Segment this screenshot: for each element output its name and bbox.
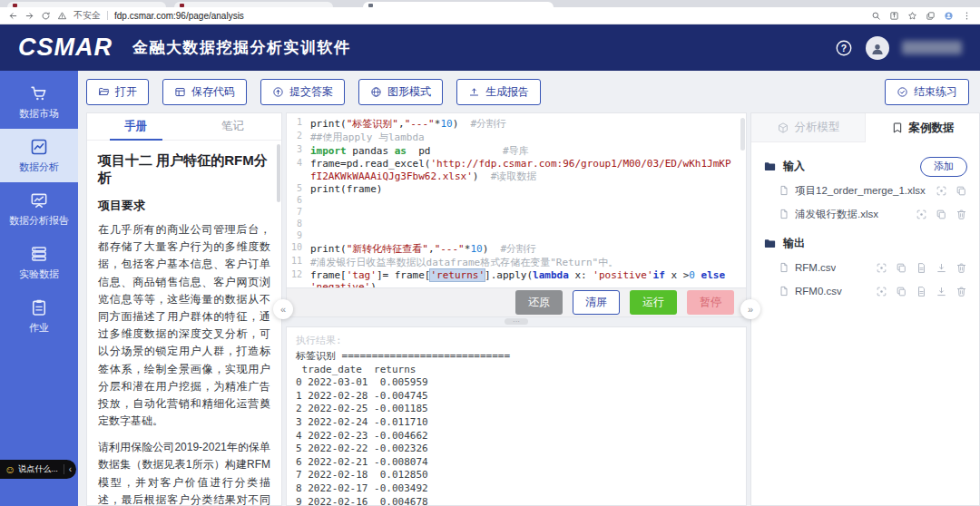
sidebar-item-4[interactable]: 作业 bbox=[0, 289, 78, 343]
code-editor[interactable]: 1 print("标签识别","---"*10) #分割行 2 ##使用appl… bbox=[286, 112, 747, 288]
export-icon[interactable] bbox=[916, 286, 927, 297]
code-line[interactable]: 8 bbox=[287, 219, 746, 230]
code-line[interactable]: 3 import pandas as pd #导库 bbox=[287, 144, 746, 158]
analysis-icon bbox=[30, 138, 48, 156]
code-line[interactable]: 5 print(frame) bbox=[287, 183, 746, 195]
chat-widget[interactable]: ☺ 说点什么... ‹ bbox=[0, 460, 76, 479]
right-tab-1[interactable]: 案例数据 bbox=[866, 113, 979, 142]
copy-icon[interactable] bbox=[896, 286, 907, 297]
profile-icon[interactable] bbox=[944, 11, 954, 21]
sidebar: 数据市场 数据分析 数据分析报告 实验数据 作业 bbox=[0, 71, 78, 506]
code-line[interactable]: 10 print("新转化特征查看","---"*10) #分割行 bbox=[287, 242, 746, 256]
browser-tab-strip bbox=[0, 0, 980, 7]
reload-icon[interactable] bbox=[41, 11, 51, 21]
forward-icon[interactable] bbox=[24, 11, 34, 21]
delete-icon[interactable] bbox=[956, 286, 967, 297]
line-number: 5 bbox=[287, 183, 310, 195]
line-number: 8 bbox=[287, 219, 310, 230]
preview-icon[interactable] bbox=[916, 209, 927, 220]
doc-icon bbox=[779, 209, 789, 219]
security-label[interactable]: 不安全 bbox=[74, 9, 101, 22]
username-blurred bbox=[902, 41, 962, 54]
open-button[interactable]: 打开 bbox=[86, 79, 149, 105]
csmar-logo: CSMAR bbox=[18, 34, 113, 62]
code-line[interactable]: 7 bbox=[287, 207, 746, 219]
report-icon bbox=[30, 191, 48, 209]
doc-icon bbox=[779, 185, 789, 196]
code-line[interactable]: 9 bbox=[287, 230, 746, 242]
line-number: 7 bbox=[287, 207, 310, 219]
clear-screen-button[interactable]: 清屏 bbox=[573, 290, 620, 315]
graph-mode-button[interactable]: 图形模式 bbox=[358, 79, 443, 105]
copy-icon[interactable] bbox=[936, 209, 947, 220]
code-line[interactable]: 6 bbox=[287, 195, 746, 207]
preview-icon[interactable] bbox=[876, 262, 887, 274]
file-row[interactable]: 项目12_order_merge_1.xlsx bbox=[763, 179, 967, 202]
console-label: 执行结果: bbox=[296, 334, 737, 347]
editor-button-bar: 还原 清屏 运行 暂停 bbox=[286, 288, 747, 317]
file-row[interactable]: RFM0.csv bbox=[763, 279, 967, 303]
panel-drag-handle[interactable]: ··· bbox=[505, 318, 528, 325]
sidebar-item-label: 实验数据 bbox=[19, 268, 59, 281]
avatar[interactable] bbox=[866, 36, 889, 60]
back-icon[interactable] bbox=[8, 11, 18, 21]
delete-icon[interactable] bbox=[956, 262, 967, 274]
help-icon[interactable]: ? bbox=[835, 39, 853, 57]
collapse-right-icon[interactable]: » bbox=[740, 299, 760, 319]
export-icon[interactable] bbox=[916, 262, 927, 274]
save-code-label: 保存代码 bbox=[191, 84, 235, 100]
code-line[interactable]: 1 print("标签识别","---"*10) #分割行 bbox=[287, 117, 746, 131]
sidebar-item-1[interactable]: 数据分析 bbox=[0, 129, 78, 182]
preview-icon[interactable] bbox=[936, 185, 947, 197]
copy-icon[interactable] bbox=[956, 185, 967, 197]
delete-icon[interactable] bbox=[956, 209, 967, 220]
share-icon[interactable] bbox=[889, 11, 899, 21]
manual-scrollbar[interactable] bbox=[277, 144, 280, 202]
copy-icon[interactable] bbox=[896, 262, 907, 274]
generate-report-button[interactable]: 生成报告 bbox=[456, 79, 541, 105]
pause-button[interactable]: 暂停 bbox=[687, 290, 734, 315]
file-row[interactable]: RFM.csv bbox=[763, 256, 967, 279]
tab-stack-icon[interactable] bbox=[926, 11, 936, 21]
code-line[interactable]: 4 frame=pd.read_excel('http://fdp.csmar.… bbox=[287, 158, 746, 183]
sidebar-item-3[interactable]: 实验数据 bbox=[0, 236, 78, 289]
section-header: 输出 bbox=[763, 231, 967, 256]
manual-tab-1[interactable]: 笔记 bbox=[184, 113, 281, 140]
console-text: 标签识别 ============================ trade_… bbox=[296, 350, 737, 506]
url-text[interactable]: fdp.csmar.com:96/page/analysis bbox=[114, 11, 244, 21]
save-code-button[interactable]: 保存代码 bbox=[162, 79, 247, 105]
code-line[interactable]: 2 ##使用apply 与lambda bbox=[287, 131, 746, 144]
bookmark-star-icon[interactable] bbox=[907, 11, 917, 21]
right-tab-0[interactable]: 分析模型 bbox=[751, 113, 866, 142]
sidebar-item-0[interactable]: 数据市场 bbox=[0, 75, 78, 129]
manual-panel: 手册笔记 项目十二 用户特征的RFM分析 项目要求 在几乎所有的商业公司管理后台… bbox=[86, 112, 282, 506]
file-row[interactable]: 浦发银行数据.xlsx bbox=[763, 202, 967, 226]
add-button[interactable]: 添加 bbox=[920, 157, 967, 177]
submit-answer-button[interactable]: 提交答案 bbox=[260, 79, 345, 105]
menu-dots-icon[interactable] bbox=[962, 11, 972, 21]
download-icon[interactable] bbox=[936, 286, 947, 297]
run-button[interactable]: 运行 bbox=[630, 290, 677, 315]
line-number: 6 bbox=[287, 195, 310, 207]
generate-report-label: 生成报告 bbox=[485, 84, 529, 100]
sidebar-item-2[interactable]: 数据分析报告 bbox=[0, 182, 78, 236]
collapse-left-icon[interactable]: « bbox=[273, 299, 293, 319]
end-practice-button[interactable]: 结束练习 bbox=[885, 79, 969, 105]
manual-tab-0[interactable]: 手册 bbox=[87, 113, 184, 140]
download-icon[interactable] bbox=[936, 262, 947, 274]
section-label: 输出 bbox=[783, 236, 805, 251]
code-scrollbar[interactable] bbox=[740, 118, 745, 151]
restore-button[interactable]: 还原 bbox=[515, 290, 563, 315]
line-number: 12 bbox=[287, 269, 310, 288]
zoom-icon[interactable] bbox=[871, 11, 881, 21]
sidebar-item-label: 数据分析 bbox=[19, 161, 59, 174]
file-name: RFM0.csv bbox=[795, 286, 842, 297]
sidebar-item-label: 作业 bbox=[29, 321, 49, 335]
code-line[interactable]: 11 #浦发银行日收益率数据以dataframe格式存储在变量"Return"中… bbox=[287, 256, 746, 269]
code-line[interactable]: 12 frame['tag']= frame['returns'].apply(… bbox=[287, 269, 746, 288]
preview-icon[interactable] bbox=[876, 286, 887, 297]
manual-body: 项目十二 用户特征的RFM分析 项目要求 在几乎所有的商业公司管理后台，都存储了… bbox=[87, 141, 281, 506]
file-name: 浦发银行数据.xlsx bbox=[795, 208, 878, 221]
doc-icon bbox=[779, 262, 789, 273]
chat-collapse-icon[interactable]: ‹ bbox=[64, 464, 72, 474]
